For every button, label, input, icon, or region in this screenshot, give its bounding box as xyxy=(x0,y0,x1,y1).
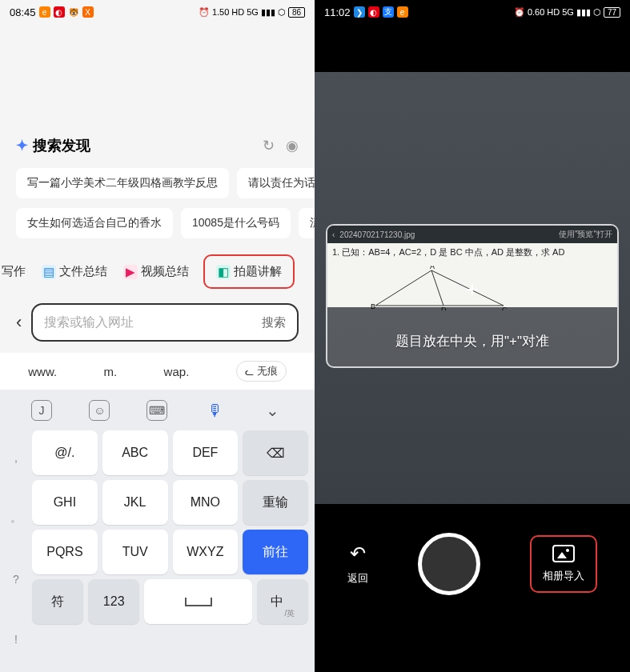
search-row: ‹ 搜索或输入网址 搜索 xyxy=(0,298,315,353)
signal-icon: ▮▮▮ xyxy=(576,7,591,18)
overlay-instruction: 题目放在中央，用"+"对准 xyxy=(327,332,617,350)
tab-label: 写作 xyxy=(2,264,26,279)
eye-icon[interactable]: ◉ xyxy=(286,137,299,154)
doc-filename: 20240702171230.jpg xyxy=(339,230,415,239)
alignment-frame: ‹ 20240702171230.jpg 使用"预览"打开 1. 已知：AB=4… xyxy=(326,224,619,368)
sparkle-icon: ✦ xyxy=(16,137,28,154)
key-reinput[interactable]: 重输 xyxy=(243,480,308,525)
side-key[interactable]: ! xyxy=(14,633,18,646)
key-lang[interactable]: 中/英 xyxy=(257,579,308,624)
tab-video-summary[interactable]: ▶ 视频总结 xyxy=(122,261,191,282)
side-key[interactable]: , xyxy=(14,451,18,464)
kb-toolbar: J ☺ ⌨ 🎙 ⌄ xyxy=(3,394,311,427)
back-arrow-icon[interactable]: ‹ xyxy=(16,312,22,333)
key-jkl[interactable]: JKL xyxy=(102,480,168,525)
quick-wap[interactable]: wap. xyxy=(164,365,190,378)
back-label: 返回 xyxy=(347,571,368,586)
chips-row-1: 写一篇小学美术二年级四格画教学反思 请以责任为话题写 xyxy=(0,163,315,203)
keyboard: J ☺ ⌨ 🎙 ⌄ , 。 ? ! @/. ABC DEF ⌫ GHI xyxy=(0,390,315,672)
incognito-toggle[interactable]: ᓚ 无痕 xyxy=(236,361,287,382)
kb-tool-emoji[interactable]: ☺ xyxy=(89,400,110,421)
battery-indicator: 77 xyxy=(604,7,620,18)
chevron-left-icon: ‹ xyxy=(332,230,335,239)
key-space[interactable] xyxy=(144,579,252,624)
kb-tool-mic[interactable]: 🎙 xyxy=(205,400,226,421)
kb-tool-collapse[interactable]: ⌄ xyxy=(263,400,283,421)
battery-indicator: 86 xyxy=(288,7,305,18)
camera-icon: ◧ xyxy=(216,265,231,279)
tab-photo-solve[interactable]: ◧ 拍题讲解 xyxy=(215,261,283,282)
key-1[interactable]: @/. xyxy=(32,430,98,475)
gallery-import-button[interactable]: 相册导入 xyxy=(543,545,584,583)
discover-header: ✦ 搜索发现 ↻ ◉ xyxy=(0,136,315,163)
tab-file-summary[interactable]: ▤ 文件总结 xyxy=(40,261,109,282)
camera-viewfinder[interactable]: ‹ 20240702171230.jpg 使用"预览"打开 1. 已知：AB=4… xyxy=(315,24,630,672)
svg-text:A: A xyxy=(430,266,435,270)
5g-icon: 5G xyxy=(562,7,574,17)
kb-tool-j[interactable]: J xyxy=(31,400,52,421)
lang-main: 中 xyxy=(271,594,283,610)
alarm-icon: ⏰ xyxy=(199,7,210,18)
back-button[interactable]: ↶ 返回 xyxy=(347,542,368,586)
chip[interactable]: 请以责任为话题写 xyxy=(237,168,315,198)
app-icon-4: X xyxy=(82,6,94,18)
play-icon: ▶ xyxy=(123,265,138,279)
search-button[interactable]: 搜索 xyxy=(262,315,286,330)
side-key[interactable]: ? xyxy=(13,573,19,586)
alarm-icon: ⏰ xyxy=(514,7,525,18)
tab-bar: 写作 ▤ 文件总结 ▶ 视频总结 ◧ 拍题讲解 xyxy=(0,243,315,298)
lang-sub: /英 xyxy=(285,608,295,619)
wifi-icon: ⬡ xyxy=(278,7,286,18)
key-symbol[interactable]: 符 xyxy=(32,579,83,624)
svg-text:C: C xyxy=(502,306,508,310)
plus-icon: + xyxy=(466,277,479,302)
key-wxyz[interactable]: WXYZ xyxy=(173,530,239,574)
side-key[interactable]: 。 xyxy=(10,511,22,526)
svg-text:B: B xyxy=(371,302,375,310)
highlight-gallery: 相册导入 xyxy=(530,535,597,593)
chip[interactable]: 写一篇小学美术二年级四格画教学反思 xyxy=(16,168,229,198)
key-backspace[interactable]: ⌫ xyxy=(243,430,308,475)
hd-icon: HD xyxy=(231,7,244,17)
file-icon: ▤ xyxy=(42,265,56,279)
chip[interactable]: 10085是什么号码 xyxy=(181,208,291,238)
quick-m[interactable]: m. xyxy=(104,365,118,378)
chip[interactable]: 流量 xyxy=(299,208,315,238)
tab-label: 拍题讲解 xyxy=(234,264,282,279)
app-icon-r3: 支 xyxy=(383,6,394,18)
svg-text:D: D xyxy=(441,306,447,310)
chips-row-2: 女生如何选适合自己的香水 10085是什么号码 流量 xyxy=(0,203,315,243)
app-icon-2: ◐ xyxy=(54,6,65,18)
weibo-icon: e xyxy=(39,6,50,18)
refresh-icon[interactable]: ↻ xyxy=(263,137,275,154)
status-bar-left: 08:45 e ◐ 🐯 X ⏰ 1.50 HD 5G ▮▮▮ ⬡ 86 xyxy=(0,0,315,24)
shutter-button[interactable] xyxy=(418,533,480,595)
top-space xyxy=(0,24,315,136)
key-123[interactable]: 123 xyxy=(88,579,139,624)
net-speed: 0.60 xyxy=(528,7,544,17)
undo-icon: ↶ xyxy=(350,542,366,565)
key-tuv[interactable]: TUV xyxy=(102,530,168,574)
doc-titlebar: ‹ 20240702171230.jpg 使用"预览"打开 xyxy=(327,226,617,243)
doc-hint: 使用"预览"打开 xyxy=(559,229,612,240)
key-pqrs[interactable]: PQRS xyxy=(32,530,98,574)
hd-icon: HD xyxy=(547,7,560,17)
quick-www[interactable]: www. xyxy=(28,365,57,378)
key-abc[interactable]: ABC xyxy=(102,430,168,475)
viewfinder: ‹ 20240702171230.jpg 使用"预览"打开 1. 已知：AB=4… xyxy=(315,72,630,504)
mask-icon: ᓚ xyxy=(245,366,254,378)
chip[interactable]: 女生如何选适合自己的香水 xyxy=(16,208,173,238)
search-input[interactable]: 搜索或输入网址 搜索 xyxy=(31,303,299,342)
net-speed: 1.50 xyxy=(212,7,229,17)
right-phone: 11:02 ❯ ◐ 支 e ⏰ 0.60 HD 5G ▮▮▮ ⬡ 77 ‹ 20… xyxy=(315,0,630,672)
key-def[interactable]: DEF xyxy=(173,430,239,475)
key-mno[interactable]: MNO xyxy=(173,480,239,525)
key-go[interactable]: 前往 xyxy=(243,530,308,574)
key-ghi[interactable]: GHI xyxy=(32,480,98,525)
signal-icon: ▮▮▮ xyxy=(261,7,275,18)
gallery-label: 相册导入 xyxy=(543,569,584,583)
kb-tool-grid[interactable]: ⌨ xyxy=(146,400,167,421)
highlight-photo-solve: ◧ 拍题讲解 xyxy=(203,254,295,289)
quick-row: www. m. wap. ᓚ 无痕 xyxy=(0,353,315,390)
tab-write[interactable]: 写作 xyxy=(0,261,27,282)
